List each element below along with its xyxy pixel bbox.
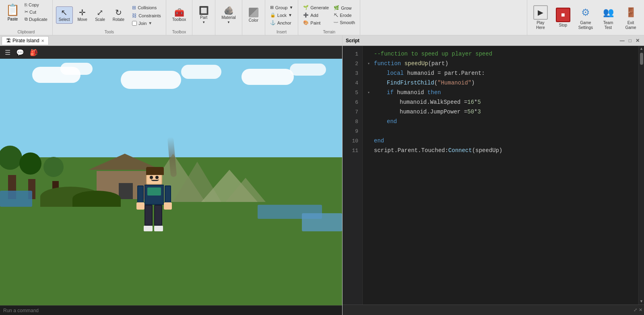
lock-button[interactable]: 🔒 Lock ▼ [268, 12, 295, 19]
code-line-2: ▾ function speedUp(part) [367, 59, 634, 68]
close-icon[interactable]: ✕ [639, 307, 642, 313]
generate-button[interactable]: 🌱 Generate [301, 4, 330, 11]
script-header: Script — □ ✕ [343, 35, 644, 46]
cloud-5 [242, 69, 294, 85]
cloud-4 [181, 65, 221, 79]
team-test-button[interactable]: 👥 TeamTest [597, 3, 619, 32]
tab-close-button[interactable]: ✕ [41, 39, 44, 43]
tab-icon: 🏝 [6, 38, 11, 43]
line-num-8: 8 [343, 117, 362, 126]
join-check[interactable] [132, 21, 137, 26]
team-test-icon: 👥 [601, 5, 615, 20]
mountain-4 [225, 178, 266, 202]
add-terrain-button[interactable]: ➕ Add [301, 12, 330, 19]
paste-button[interactable]: 📋 Paste [3, 2, 22, 23]
bottom-icons: ⤢ ✕ [634, 307, 642, 313]
main-area: 🏝 Pirate Island ✕ ☰ 💬 🎒 [0, 35, 644, 315]
code-line-9 [367, 126, 634, 136]
cloud-3 [121, 71, 181, 89]
terrain-buttons: 🌱 Generate ➕ Add 🎨 Paint [301, 4, 330, 26]
line-num-3: 3 [343, 68, 362, 78]
script-bottom-bar: ⤢ ✕ [343, 305, 644, 315]
copy-button[interactable]: ⎘ Copy [23, 2, 49, 8]
constraints-toggle[interactable]: ⛓ Constraints [130, 12, 163, 19]
anchor-button[interactable]: ⚓ Anchor [268, 19, 295, 26]
script-content: 1 2 3 4 5 6 7 8 9 10 11 --function to sp… [343, 46, 644, 305]
code-line-1: --function to speed up player speed [367, 49, 634, 59]
insert-buttons: ⊞ Group ▼ 🔒 Lock ▼ ⚓ Anchor [268, 4, 295, 26]
fold-9 [367, 129, 372, 134]
terrain-buttons-2: 🌿 Grow ⛏ Erode 〰 Smooth [332, 4, 357, 26]
scroll-track[interactable] [640, 51, 643, 299]
scroll-up-arrow[interactable]: ▲ [640, 47, 642, 51]
toolbar: 📋 Paste ⎘ Copy ✂ Cut ⧉ Duplicate Clipboa… [0, 0, 644, 35]
rotate-button[interactable]: ↻ Rotate [110, 6, 127, 24]
select-icon: ↖ [61, 8, 68, 16]
group-button[interactable]: ⊞ Group ▼ [268, 4, 295, 11]
material-row: 🪨 Material ▼ [219, 2, 239, 29]
part-button[interactable]: 🔲 Part ▼ [196, 4, 212, 26]
line-num-1: 1 [343, 49, 362, 59]
viewport-toolbar: ☰ 💬 🎒 [0, 46, 342, 59]
fold-7 [367, 110, 372, 114]
toolbox-button[interactable]: 🧰 Toolbox [169, 6, 189, 24]
command-input[interactable] [3, 308, 339, 313]
tree-top-1 [0, 146, 22, 170]
erode-button[interactable]: ⛏ Erode [332, 12, 357, 19]
line-num-2: 2 [343, 59, 362, 68]
chat-button[interactable]: 💬 [14, 48, 26, 57]
terrain-group: 🌱 Generate ➕ Add 🎨 Paint 🌿 Grow [298, 0, 360, 35]
color-button[interactable]: Color [246, 6, 262, 25]
color-group: Color [242, 0, 265, 35]
smooth-button[interactable]: 〰 Smooth [332, 19, 357, 26]
exit-game-icon: 🚪 [623, 5, 638, 20]
menu-button[interactable]: ☰ [3, 48, 12, 57]
play-here-button[interactable]: ▶ PlayHere [530, 3, 551, 32]
code-area[interactable]: --function to speed up player speed ▾ fu… [363, 46, 638, 305]
line-num-11: 11 [343, 146, 362, 155]
line-num-4: 4 [343, 78, 362, 88]
collisions-toggle[interactable]: ⊞ Collisions [130, 4, 163, 11]
grow-button[interactable]: 🌿 Grow [332, 4, 357, 11]
inventory-button[interactable]: 🎒 [28, 48, 39, 57]
pirate-island-tab[interactable]: 🏝 Pirate Island ✕ [2, 36, 49, 45]
code-line-7: humanoid.JumpPower = 50*3 [367, 107, 634, 117]
cut-button[interactable]: ✂ Cut [23, 8, 49, 15]
tools-options: ⊞ Collisions ⛓ Constraints Join ▼ [130, 4, 163, 27]
toolbar-spacer [360, 0, 527, 35]
game-settings-button[interactable]: ⚙ GameSettings [575, 3, 597, 32]
material-group: 🪨 Material ▼ [215, 0, 242, 35]
scale-icon: ⤢ [97, 8, 103, 16]
part-icon: 🔲 [199, 6, 209, 14]
line-numbers: 1 2 3 4 5 6 7 8 9 10 11 [343, 46, 363, 305]
scroll-thumb[interactable] [640, 53, 643, 65]
script-maximize-icon[interactable]: □ [627, 37, 633, 44]
material-button[interactable]: 🪨 Material ▼ [219, 4, 239, 26]
material-icon: 🪨 [224, 6, 234, 14]
fold-5[interactable]: ▾ [367, 90, 372, 95]
duplicate-button[interactable]: ⧉ Duplicate [23, 16, 49, 23]
script-close-icon[interactable]: ✕ [634, 37, 641, 44]
join-checkbox[interactable]: Join ▼ [130, 20, 163, 27]
script-minimize-icon[interactable]: — [619, 37, 626, 44]
script-scrollbar[interactable]: ▲ ▼ [638, 46, 644, 305]
scroll-down-arrow[interactable]: ▼ [640, 299, 642, 304]
toolbox-row: 🧰 Toolbox [169, 2, 189, 29]
fold-2[interactable]: ▾ [367, 61, 372, 66]
line-num-6: 6 [343, 97, 362, 107]
tree-top-2 [19, 152, 41, 175]
terrain-row: 🌱 Generate ➕ Add 🎨 Paint 🌿 Grow [301, 2, 357, 29]
code-line-4: FindFirstChild("Humanoid") [367, 78, 634, 88]
exit-game-button[interactable]: 🚪 ExitGame [620, 3, 642, 32]
fold-10 [367, 139, 372, 143]
paint-terrain-button[interactable]: 🎨 Paint [301, 19, 330, 26]
stop-button[interactable]: ■ Stop [552, 6, 574, 29]
water-left [0, 191, 32, 207]
move-button[interactable]: ✛ Move [74, 6, 91, 24]
select-button[interactable]: ↖ Select [56, 6, 73, 24]
move-icon: ✛ [79, 8, 86, 16]
tools-top-row: ↖ Select ✛ Move ⤢ Scale ↻ Rotate ⊞ Colli… [56, 2, 163, 29]
scale-button[interactable]: ⤢ Scale [92, 6, 108, 24]
expand-icon[interactable]: ⤢ [634, 307, 637, 313]
color-row: Color [246, 2, 262, 29]
